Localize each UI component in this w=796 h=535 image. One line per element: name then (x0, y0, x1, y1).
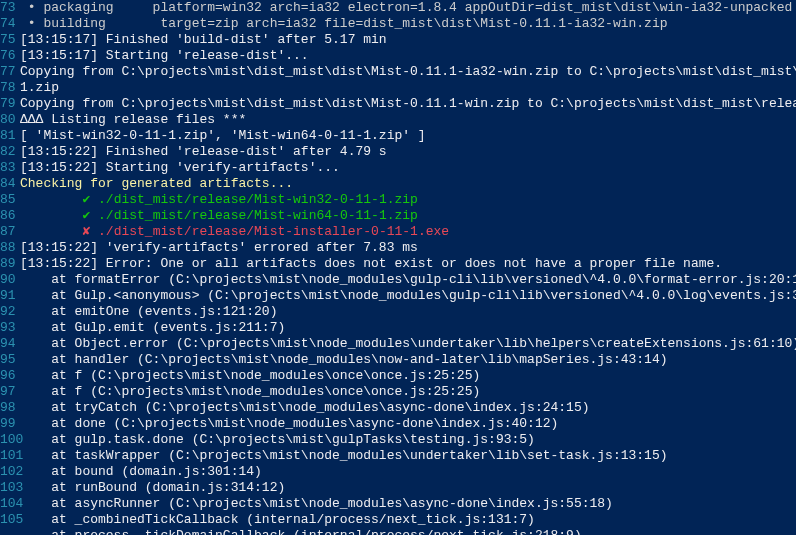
output-line: at f (C:\projects\mist\node_modules\once… (20, 384, 796, 400)
line-number: 79 (0, 96, 14, 112)
output-line: at done (C:\projects\mist\node_modules\a… (20, 416, 796, 432)
output-line: at f (C:\projects\mist\node_modules\once… (20, 368, 796, 384)
line-number: 102 (0, 464, 14, 480)
output-line: at tryCatch (C:\projects\mist\node_modul… (20, 400, 796, 416)
line-number: 103 (0, 480, 14, 496)
line-number: 76 (0, 48, 14, 64)
line-number: 97 (0, 384, 14, 400)
output-line: at handler (C:\projects\mist\node_module… (20, 352, 796, 368)
line-number: 77 (0, 64, 14, 80)
output-line: • packaging platform=win32 arch=ia32 ele… (20, 0, 796, 16)
line-number: 94 (0, 336, 14, 352)
output-line: Checking for generated artifacts... (20, 176, 796, 192)
line-number: 90 (0, 272, 14, 288)
output-line: [13:15:22] Error: One or all artifacts d… (20, 256, 796, 272)
output-line: at _combinedTickCallback (internal/proce… (20, 512, 796, 528)
line-number: 82 (0, 144, 14, 160)
output-line: at Gulp.<anonymous> (C:\projects\mist\no… (20, 288, 796, 304)
line-number: 101 (0, 448, 14, 464)
line-number: 81 (0, 128, 14, 144)
output-line: ✔ ./dist_mist/release/Mist-win32-0-11-1.… (20, 192, 796, 208)
output-line: at gulp.task.done (C:\projects\mist\gulp… (20, 432, 796, 448)
output-line: at Object.error (C:\projects\mist\node_m… (20, 336, 796, 352)
output-line: at taskWrapper (C:\projects\mist\node_mo… (20, 448, 796, 464)
output-line: Copying from C:\projects\mist\dist_mist\… (20, 64, 796, 80)
output-line: [13:15:17] Finished 'build-dist' after 5… (20, 32, 796, 48)
line-number: 89 (0, 256, 14, 272)
output-line: • building target=zip arch=ia32 file=dis… (20, 16, 796, 32)
line-number: 75 (0, 32, 14, 48)
line-number: 93 (0, 320, 14, 336)
output-line: at Gulp.emit (events.js:211:7) (20, 320, 796, 336)
line-number: 88 (0, 240, 14, 256)
line-number: 98 (0, 400, 14, 416)
output-line: at runBound (domain.js:314:12) (20, 480, 796, 496)
line-number: 105 (0, 512, 14, 528)
line-number: 84 (0, 176, 14, 192)
line-number: 86 (0, 208, 14, 224)
output-line: at process. tickDomainCallback (internal… (20, 528, 796, 535)
line-number: 73 (0, 0, 14, 16)
line-number: 95 (0, 352, 14, 368)
output-line: Copying from C:\projects\mist\dist_mist\… (20, 96, 796, 112)
output-line: at asyncRunner (C:\projects\mist\node_mo… (20, 496, 796, 512)
terminal-window[interactable]: 7374757677787980818283848586878889909192… (0, 0, 796, 535)
output-line: [13:15:22] Starting 'verify-artifacts'..… (20, 160, 796, 176)
line-number: 74 (0, 16, 14, 32)
output-line: at formatError (C:\projects\mist\node_mo… (20, 272, 796, 288)
line-number: 85 (0, 192, 14, 208)
output-line: at bound (domain.js:301:14) (20, 464, 796, 480)
line-number: 91 (0, 288, 14, 304)
line-number: 80 (0, 112, 14, 128)
line-number: 87 (0, 224, 14, 240)
line-number: 78 (0, 80, 14, 96)
output-line: at emitOne (events.js:121:20) (20, 304, 796, 320)
output-line: ΔΔΔ Listing release files *** (20, 112, 796, 128)
line-number: 92 (0, 304, 14, 320)
output-line: ✔ ./dist_mist/release/Mist-win64-0-11-1.… (20, 208, 796, 224)
output-line: [13:15:22] 'verify-artifacts' errored af… (20, 240, 796, 256)
output-line: ✘ ./dist_mist/release/Mist-installer-0-1… (20, 224, 796, 240)
line-number: 96 (0, 368, 14, 384)
output-line: 1.zip (20, 80, 796, 96)
line-number: 104 (0, 496, 14, 512)
line-number: 83 (0, 160, 14, 176)
line-number-gutter: 7374757677787980818283848586878889909192… (0, 0, 20, 535)
output-line: [13:15:17] Starting 'release-dist'... (20, 48, 796, 64)
output-line: [13:15:22] Finished 'release-dist' after… (20, 144, 796, 160)
output-line: [ 'Mist-win32-0-11-1.zip', 'Mist-win64-0… (20, 128, 796, 144)
line-number: 100 (0, 432, 14, 448)
line-number: 99 (0, 416, 14, 432)
terminal-output[interactable]: • packaging platform=win32 arch=ia32 ele… (20, 0, 796, 535)
